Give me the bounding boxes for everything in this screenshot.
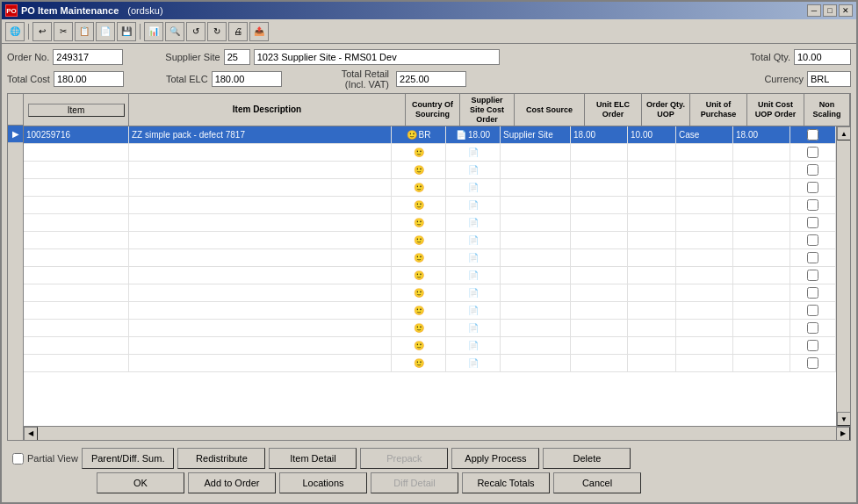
th-item: Item [24,94,129,126]
table-main: Item Item Description Country Of Sourcin… [24,94,850,440]
partial-view-checkbox[interactable] [12,453,24,464]
delete-button[interactable]: Delete [543,448,631,469]
toolbar-redo-button[interactable]: ↻ [207,22,227,41]
partial-view-group: Partial View [12,453,78,464]
doc-icon: 📄 [456,130,466,140]
non-scaling-checkbox[interactable] [807,182,818,193]
currency-input[interactable] [807,71,851,87]
toolbar-separator-2 [140,24,141,40]
td-cost-source-1: Supplier Site [501,126,571,143]
total-retail-input[interactable] [396,71,466,87]
apply-process-button[interactable]: Apply Process [451,448,539,469]
scroll-down-button[interactable]: ▼ [837,412,850,426]
scroll-track[interactable] [837,140,850,412]
total-cost-label: Total Cost [7,74,50,84]
face-icon: 🙂 [414,270,424,280]
toolbar-export-button[interactable]: 📤 [249,22,269,41]
toolbar-search-button[interactable]: 🔍 [165,22,184,41]
item-detail-button[interactable]: Item Detail [269,448,357,469]
toolbar-save-button[interactable]: 💾 [117,22,136,41]
face-icon: 🙂 [414,218,424,227]
total-elc-input[interactable] [212,71,282,87]
td-unit-elc-1: 18.00 [571,126,628,143]
diff-detail-button[interactable]: Diff Detail [371,472,458,493]
order-no-input[interactable] [53,49,123,65]
form-row-2: Total Cost Total ELC Total Retail (Incl.… [7,68,851,90]
item-column-button[interactable]: Item [28,104,125,117]
ok-button[interactable]: OK [97,472,184,493]
toolbar-globe-button[interactable]: 🌐 [5,22,25,41]
doc-icon: 📄 [468,341,479,350]
non-scaling-checkbox[interactable] [807,270,818,281]
recalc-totals-button[interactable]: Recalc Totals [462,472,550,493]
non-scaling-checkbox[interactable] [807,357,818,369]
main-window: PO PO Item Maintenance (ordsku) ─ □ ✕ 🌐 … [0,0,858,504]
doc-icon: 📄 [468,306,479,315]
vertical-scrollbar[interactable]: ▲ ▼ [836,126,850,426]
supplier-site-input[interactable] [254,49,500,65]
prepack-button[interactable]: Prepack [360,448,448,469]
td-non-scaling-1[interactable] [790,126,836,143]
cancel-button[interactable]: Cancel [553,472,641,493]
td-unit-cost-uop-1: 18.00 [733,126,790,143]
h-scroll-track[interactable] [38,427,836,441]
redistribute-button[interactable]: Redistribute [177,448,265,469]
toolbar-chart-button[interactable]: 📊 [144,22,163,41]
td-supplier-cost-1[interactable]: 📄18.00 [446,126,501,143]
non-scaling-checkbox[interactable] [807,199,818,211]
table-row: 🙂📄 [24,355,836,372]
total-retail-label2: (Incl. VAT) [345,79,389,90]
table-row: 🙂📄 [24,267,836,284]
non-scaling-checkbox[interactable] [807,217,818,228]
th-non-scaling: Non Scaling [804,94,850,126]
td-country-icon-1[interactable]: 🙂BR [392,126,446,143]
non-scaling-checkbox[interactable] [807,252,818,263]
row-indicator-body: ▶ [8,126,23,440]
non-scaling-checkbox[interactable] [807,340,818,351]
non-scaling-checkbox[interactable] [807,322,818,334]
non-scaling-checkbox-1[interactable] [807,129,818,140]
toolbar-print-button[interactable]: 🖨 [228,22,248,41]
add-to-order-button[interactable]: Add to Order [188,472,276,493]
toolbar-paste-button[interactable]: 📄 [96,22,115,41]
non-scaling-checkbox[interactable] [807,234,818,246]
locations-button[interactable]: Locations [279,472,367,493]
total-qty-input[interactable] [794,49,851,65]
horizontal-scrollbar[interactable]: ◀ ▶ [24,426,850,440]
toolbar-back-button[interactable]: ↩ [32,22,52,41]
non-scaling-checkbox[interactable] [807,305,818,316]
toolbar-cut-button[interactable]: ✂ [54,22,73,41]
scroll-right-button[interactable]: ▶ [836,427,850,441]
scroll-left-button[interactable]: ◀ [24,427,38,441]
minimize-button[interactable]: ─ [807,4,821,17]
table-header: Item Item Description Country Of Sourcin… [24,94,850,126]
table-row: 🙂📄 [24,302,836,320]
td-desc-1: ZZ simple pack - defect 7817 [129,126,392,143]
table-row[interactable]: 100259716 ZZ simple pack - defect 7817 🙂… [24,126,836,144]
table-scroll-area[interactable]: 100259716 ZZ simple pack - defect 7817 🙂… [24,126,836,426]
doc-icon: 📄 [468,358,479,368]
face-icon: 🙂 [407,130,417,140]
total-cost-input[interactable] [54,71,124,87]
title-bar-left: PO PO Item Maintenance (ordsku) [5,4,163,17]
footer-area: Partial View Parent/Diff. Sum. Redistrib… [7,444,851,497]
th-unit-cost-uop: Unit Cost UOP Order [747,94,804,126]
non-scaling-checkbox[interactable] [807,147,818,158]
order-no-group: Order No. [7,49,123,65]
doc-icon: 📄 [468,323,479,333]
doc-icon: 📄 [468,288,479,298]
table-row: 🙂📄 [24,197,836,214]
supplier-site-num-input[interactable] [224,49,250,65]
close-button[interactable]: ✕ [839,4,853,17]
toolbar-copy-button[interactable]: 📋 [75,22,94,41]
toolbar-undo-button[interactable]: ↺ [186,22,205,41]
parent-diff-sum-button[interactable]: Parent/Diff. Sum. [82,448,175,469]
maximize-button[interactable]: □ [823,4,837,17]
content-area: Order No. Supplier Site Total Qty. Total… [2,44,856,502]
table-row: 🙂📄 [24,249,836,267]
non-scaling-checkbox[interactable] [807,164,818,176]
doc-icon: 📄 [468,253,479,263]
total-cost-group: Total Cost [7,71,124,87]
non-scaling-checkbox[interactable] [807,287,818,299]
scroll-up-button[interactable]: ▲ [837,126,850,140]
